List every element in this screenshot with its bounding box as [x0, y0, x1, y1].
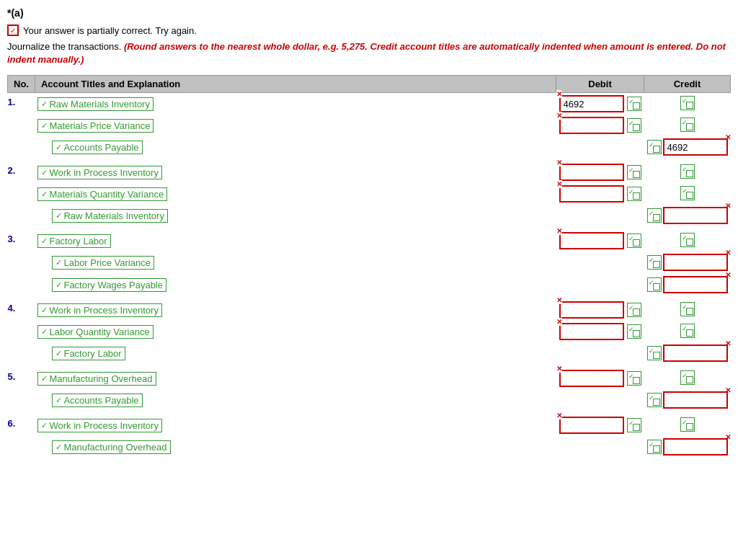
copy-button-only[interactable]: ✓ [680, 164, 695, 179]
check-icon: ✓ [55, 396, 62, 405]
table-row: ✓Factory Wages Payable✕✓ [8, 274, 731, 296]
row-number [8, 321, 35, 342]
copy-page-icon [653, 399, 660, 406]
debit-input[interactable] [559, 117, 624, 134]
account-label[interactable]: ✓Factory Wages Payable [52, 278, 166, 292]
copy-button[interactable]: ✓ [627, 324, 641, 339]
debit-input[interactable] [559, 370, 624, 387]
copy-button[interactable]: ✓ [627, 187, 641, 201]
account-label[interactable]: ✓Factory Labor [37, 234, 110, 248]
copy-button[interactable]: ✓ [627, 371, 641, 386]
account-label[interactable]: ✓Work in Process Inventory [37, 303, 161, 317]
copy-button[interactable]: ✓ [627, 234, 641, 248]
copy-button-credit[interactable]: ✓ [647, 277, 662, 292]
credit-input[interactable] [663, 254, 728, 271]
copy-button-credit[interactable]: ✓ [647, 346, 662, 360]
credit-input[interactable] [663, 138, 728, 156]
debit-input[interactable] [559, 95, 624, 112]
col-account: Account Titles and Explanation [35, 76, 556, 93]
copy-button-only[interactable]: ✓ [680, 302, 695, 316]
copy-button-credit[interactable]: ✓ [647, 208, 662, 223]
copy-button-only[interactable]: ✓ [680, 370, 695, 385]
account-label-text: Materials Price Variance [49, 120, 150, 131]
account-label[interactable]: ✓Work in Process Inventory [37, 419, 161, 432]
copy-button[interactable]: ✓ [627, 97, 641, 111]
error-x-mark: ✕ [556, 412, 562, 419]
account-label[interactable]: ✓Accounts Payable [52, 394, 142, 407]
credit-input[interactable] [663, 207, 728, 224]
error-x-mark: ✕ [725, 339, 731, 347]
status-bar: ✓ Your answer is partially correct. Try … [7, 25, 731, 66]
error-x-mark: ✕ [556, 159, 562, 166]
copy-button-credit[interactable]: ✓ [647, 393, 662, 407]
row-number [8, 436, 35, 458]
copy-page-icon [633, 330, 640, 337]
account-label-text: Accounts Payable [63, 142, 138, 153]
debit-input[interactable] [559, 323, 624, 340]
check-icon: ✓ [55, 258, 62, 267]
table-row: ✓Labor Price Variance✕✓ [8, 252, 731, 274]
error-x-mark: ✕ [556, 180, 562, 188]
copy-button-credit[interactable]: ✓ [647, 255, 662, 270]
credit-input[interactable] [663, 276, 728, 293]
table-row: ✓Accounts Payable✕✓ [8, 389, 731, 412]
error-x-mark: ✕ [725, 271, 731, 279]
account-label-text: Manufacturing Overhead [63, 442, 166, 453]
account-label[interactable]: ✓Materials Quantity Variance [37, 187, 167, 201]
debit-input[interactable] [559, 164, 624, 181]
account-label-text: Manufacturing Overhead [49, 373, 152, 384]
copy-button-credit[interactable]: ✓ [647, 140, 662, 154]
account-label[interactable]: ✓Accounts Payable [52, 141, 142, 154]
copy-page-icon [633, 124, 640, 131]
debit-input[interactable] [559, 185, 624, 203]
account-label[interactable]: ✓Materials Price Variance [37, 119, 154, 133]
copy-button-only[interactable]: ✓ [680, 96, 695, 110]
check-icon: ✓ [41, 168, 48, 177]
copy-button-only[interactable]: ✓ [680, 417, 695, 432]
copy-page-icon [686, 192, 693, 199]
error-x-mark: ✕ [556, 112, 562, 120]
copy-button-only[interactable]: ✓ [680, 233, 695, 247]
account-label[interactable]: ✓Labor Price Variance [52, 256, 154, 270]
copy-button[interactable]: ✓ [627, 418, 641, 432]
check-icon: ✓ [41, 327, 48, 337]
credit-input[interactable] [663, 438, 728, 455]
error-x-mark: ✕ [556, 365, 562, 373]
check-icon: ✓ [41, 190, 48, 199]
account-label[interactable]: ✓Labor Quantity Variance [37, 325, 153, 339]
journal-table: No. Account Titles and Explanation Debit… [7, 75, 731, 458]
copy-button[interactable]: ✓ [627, 165, 641, 179]
account-label[interactable]: ✓Manufacturing Overhead [37, 372, 156, 386]
row-number: 5. [8, 368, 35, 389]
partial-correct-icon: ✓ [7, 25, 19, 36]
debit-input[interactable] [559, 301, 624, 319]
copy-button-only[interactable]: ✓ [680, 324, 695, 338]
copy-button[interactable]: ✓ [627, 118, 641, 133]
account-label[interactable]: ✓Manufacturing Overhead [52, 440, 170, 454]
account-label[interactable]: ✓Raw Materials Inventory [52, 209, 167, 223]
check-icon: ✓ [55, 143, 62, 152]
table-row: ✓Materials Price Variance✕✓✓ [8, 115, 731, 136]
account-label-text: Accounts Payable [63, 395, 138, 406]
copy-button-only[interactable]: ✓ [680, 117, 695, 132]
copy-button-only[interactable]: ✓ [680, 186, 695, 200]
credit-input[interactable] [663, 391, 728, 409]
check-icon: ✓ [41, 236, 48, 246]
debit-input[interactable] [559, 232, 624, 249]
row-number [8, 205, 35, 227]
account-label[interactable]: ✓Raw Materials Inventory [37, 97, 153, 111]
credit-input[interactable] [663, 345, 728, 362]
status-message: Your answer is partially correct. Try ag… [23, 25, 197, 36]
table-row: ✓Labor Quantity Variance✕✓✓ [8, 321, 731, 342]
account-label[interactable]: ✓Work in Process Inventory [37, 166, 161, 179]
table-row: 3.✓Factory Labor✕✓✓ [8, 230, 731, 252]
row-number [8, 115, 35, 136]
account-label-text: Materials Quantity Variance [49, 189, 164, 200]
account-label[interactable]: ✓Factory Labor [52, 347, 125, 360]
check-icon: ✓ [55, 280, 62, 290]
debit-input[interactable] [559, 417, 624, 434]
copy-button[interactable]: ✓ [627, 303, 641, 317]
row-number [8, 342, 35, 365]
account-label-text: Labor Price Variance [63, 257, 150, 268]
copy-button-credit[interactable]: ✓ [647, 440, 662, 454]
